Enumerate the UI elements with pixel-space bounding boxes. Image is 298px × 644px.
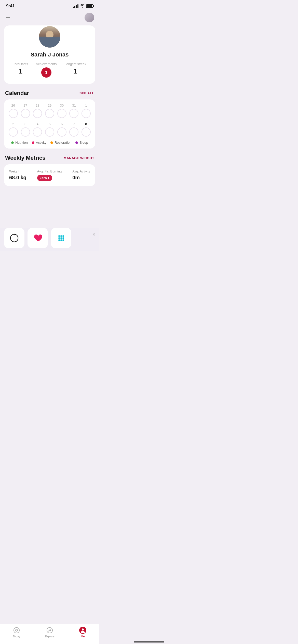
- calendar-day[interactable]: 30: [56, 104, 68, 118]
- calendar-day-number: 28: [36, 104, 39, 107]
- fat-burning-label: Avg. Fat Burning: [37, 169, 62, 173]
- calendar-day-circle: [82, 109, 91, 118]
- svg-point-8: [58, 239, 60, 241]
- calendar-day-number: 30: [60, 104, 63, 107]
- svg-point-9: [60, 239, 62, 241]
- calendar-row-2-grid: 2345678: [7, 122, 92, 137]
- achievement-badge[interactable]: 1: [41, 67, 51, 78]
- svg-point-0: [10, 234, 18, 242]
- calendar-day[interactable]: 28: [31, 104, 44, 118]
- total-fasts-stat: Total fasts 1: [13, 62, 28, 78]
- avatar-small[interactable]: [85, 13, 94, 22]
- calendar-day-number: 3: [24, 122, 26, 126]
- status-icons: [73, 4, 93, 8]
- legend-item-sleep: Sleep: [75, 141, 88, 144]
- filter-icon[interactable]: [5, 16, 11, 19]
- weekly-metrics-card: Weight 68.0 kg Avg. Fat Burning Zero+ Av…: [4, 164, 95, 186]
- achievement-value: 1: [45, 70, 48, 75]
- calendar-day[interactable]: 27: [19, 104, 32, 118]
- svg-point-4: [62, 235, 64, 237]
- total-fasts-label: Total fasts: [13, 62, 28, 66]
- calendar-day[interactable]: 29: [44, 104, 56, 118]
- close-button[interactable]: ×: [92, 232, 95, 237]
- calendar-legend: NutritionActivityRestorationSleep: [7, 141, 92, 144]
- legend-label: Nutrition: [15, 141, 28, 144]
- metrics-title: Weekly Metrics: [5, 155, 46, 161]
- weight-metric: Weight 68.0 kg: [9, 169, 26, 181]
- longest-streak-value: 1: [64, 67, 86, 75]
- svg-point-6: [60, 237, 62, 239]
- avg-activity-value: 0m: [72, 175, 90, 181]
- legend-item-nutrition: Nutrition: [11, 141, 28, 144]
- total-fasts-value: 1: [13, 67, 28, 75]
- calendar-day-circle: [45, 109, 54, 118]
- calendar-day-number: 4: [37, 122, 38, 126]
- bottom-sheet: ×: [0, 228, 99, 251]
- legend-label: Sleep: [79, 141, 88, 144]
- calendar-day-circle: [9, 127, 18, 137]
- calendar-day-number: 5: [49, 122, 50, 126]
- calendar-day[interactable]: 6: [56, 122, 68, 137]
- calendar-see-all[interactable]: SEE ALL: [79, 91, 94, 95]
- svg-point-2: [58, 235, 60, 237]
- calendar-card: 2627282930311 2345678 NutritionActivityR…: [4, 99, 95, 149]
- avatar-wrapper: [9, 25, 90, 48]
- legend-dot: [32, 141, 34, 144]
- calendar-day-circle: [9, 109, 18, 118]
- calendar-row-1-grid: 2627282930311: [7, 104, 92, 118]
- calendar-day[interactable]: 1: [80, 104, 92, 118]
- fasting-sheet-icon[interactable]: [4, 228, 24, 248]
- zero-text: Zero: [40, 176, 47, 180]
- calendar-day[interactable]: 26: [7, 104, 19, 118]
- calendar-day-circle: [69, 127, 78, 137]
- calendar-day-number: 26: [11, 104, 15, 107]
- calendar-day-circle: [33, 127, 42, 137]
- status-time: 9:41: [6, 4, 15, 9]
- profile-name: Sarah J Jonas: [9, 51, 90, 58]
- health-sheet-icon[interactable]: [28, 228, 48, 248]
- calendar-day[interactable]: 31: [68, 104, 80, 118]
- legend-dot: [11, 141, 14, 144]
- plus-icon: +: [47, 176, 50, 180]
- calendar-day-number: 6: [61, 122, 63, 126]
- calendar-day-number: 1: [85, 104, 87, 107]
- metrics-row: Weight 68.0 kg Avg. Fat Burning Zero+ Av…: [9, 169, 90, 181]
- calendar-title: Calendar: [5, 90, 29, 96]
- calendar-day-circle: [21, 127, 30, 137]
- svg-point-10: [62, 239, 64, 241]
- longest-streak-stat: Longest streak 1: [64, 62, 86, 78]
- calendar-day-circle: [21, 109, 30, 118]
- weight-value: 68.0 kg: [9, 175, 26, 181]
- achievements-stat: Achievements 1: [36, 62, 57, 78]
- achievements-label: Achievements: [36, 62, 57, 66]
- svg-point-7: [62, 237, 64, 239]
- calendar-day[interactable]: 2: [7, 122, 19, 137]
- calendar-day-number: 8: [85, 122, 87, 126]
- legend-item-restoration: Restoration: [50, 141, 71, 144]
- data-sheet-icon[interactable]: [51, 228, 71, 248]
- manage-weight-link[interactable]: MANAGE WEIGHT: [64, 156, 94, 160]
- legend-item-activity: Activity: [32, 141, 46, 144]
- battery-icon: [86, 4, 93, 8]
- legend-label: Activity: [36, 141, 46, 144]
- status-bar: 9:41: [0, 0, 99, 11]
- calendar-day-circle: [33, 109, 42, 118]
- calendar-day[interactable]: 5: [44, 122, 56, 137]
- zero-badge: Zero+: [37, 175, 52, 181]
- legend-dot: [75, 141, 78, 144]
- calendar-day[interactable]: 8: [80, 122, 92, 137]
- longest-streak-label: Longest streak: [64, 62, 86, 66]
- svg-point-5: [58, 237, 60, 239]
- calendar-day[interactable]: 7: [68, 122, 80, 137]
- calendar-day-circle: [69, 109, 78, 118]
- calendar-day-circle: [82, 127, 91, 137]
- calendar-day-number: 29: [48, 104, 51, 107]
- legend-dot: [50, 141, 53, 144]
- svg-point-3: [60, 235, 62, 237]
- calendar-day[interactable]: 4: [31, 122, 44, 137]
- calendar-day[interactable]: 3: [19, 122, 32, 137]
- signal-icon: [73, 4, 78, 8]
- header: [0, 11, 99, 25]
- avatar-large: [38, 25, 61, 48]
- avg-activity-metric: Avg. Activity 0m: [72, 169, 90, 181]
